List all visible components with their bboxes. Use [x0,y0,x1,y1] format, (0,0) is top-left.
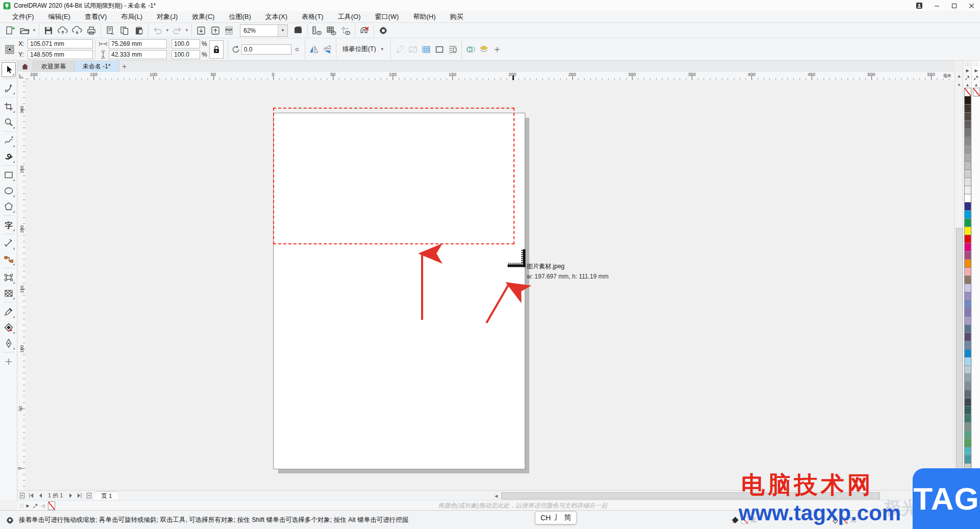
object-frame-button[interactable] [433,43,446,56]
straighten-image-button[interactable] [406,43,420,56]
connector-tool[interactable] [2,251,16,266]
tab-home[interactable] [17,61,33,72]
color-swatch[interactable] [964,422,971,431]
drawing-canvas[interactable]: 图片素材.jpeg w: 197.697 mm, h: 111.19 mm [25,80,954,490]
vertical-ruler[interactable]: 300250200150100500 [17,80,26,490]
color-swatch[interactable] [964,129,971,137]
menu-item-6[interactable]: 效果(C) [185,11,222,23]
import-button[interactable] [194,24,208,37]
wrap-text-button[interactable] [446,43,459,56]
x-position-input[interactable]: 105.071 mm [28,39,93,48]
vertical-scroll-thumb[interactable] [956,228,963,481]
ellipse-tool[interactable] [2,183,16,198]
cloud-download-button[interactable] [70,24,84,37]
account-icon[interactable] [911,0,928,11]
chevron-down-icon[interactable]: ▼ [278,25,287,36]
save-button[interactable] [41,24,56,37]
redo-flyout[interactable]: ▼ [184,24,189,37]
color-swatch[interactable] [964,316,971,325]
minimize-button[interactable] [928,0,945,11]
default-palette-scroll-up-icon[interactable]: ▲ [964,81,971,88]
menu-item-1[interactable]: 文件(F) [5,11,41,23]
trace-bitmap-button[interactable]: 描摹位图(T) ▼ [338,43,388,56]
horizontal-scroll-thumb[interactable] [501,492,880,499]
transparency-tool[interactable] [2,286,16,300]
add-page-after-button[interactable] [84,491,93,500]
new-document-button[interactable] [3,24,17,37]
shape-tool[interactable] [2,81,16,95]
show-guidelines-button[interactable] [338,24,353,37]
color-swatch[interactable] [964,357,971,366]
color-swatch[interactable] [964,251,971,260]
rotation-input[interactable]: 0.0 [241,44,291,55]
paste-button[interactable] [132,24,146,37]
color-swatch[interactable] [964,439,971,447]
object-height-input[interactable]: 42.333 mm [109,50,167,59]
flip-vertical-button[interactable] [321,43,334,56]
zoom-tool[interactable] [2,115,16,130]
layers-button[interactable] [477,43,491,56]
open-document-button[interactable] [17,24,32,37]
ruler-origin-corner[interactable] [17,72,26,81]
color-swatch[interactable] [964,226,971,235]
color-swatch[interactable] [964,406,971,415]
export-button[interactable] [208,24,223,37]
add-tools-tool[interactable] [2,354,16,369]
color-swatch[interactable] [964,210,971,219]
no-fill-swatch[interactable] [48,501,55,510]
zoom-level-dropdown[interactable]: 62%▼ [240,24,288,37]
fullscreen-preview-button[interactable] [291,24,305,37]
menu-item-13[interactable]: 购买 [443,11,470,23]
artistic-media-tool[interactable] [2,149,16,164]
color-swatch[interactable] [964,292,971,300]
color-swatch[interactable] [964,112,971,121]
new-document-tab-button[interactable]: + [119,61,130,72]
print-button[interactable] [84,24,99,37]
horizontal-ruler[interactable]: 毫米 2001501005005010015020025030035040045… [25,72,954,81]
snap-off-button[interactable] [357,24,372,37]
maximize-button[interactable] [945,0,963,11]
color-swatch[interactable] [964,390,971,398]
color-swatch[interactable] [964,431,971,439]
object-width-input[interactable]: 75.269 mm [109,39,167,48]
redo-button[interactable] [170,24,184,37]
undo-button[interactable] [151,24,165,37]
previous-page-button[interactable] [36,491,45,500]
color-swatch[interactable] [964,186,971,194]
tab-welcome-screen[interactable]: 欢迎屏幕 [33,61,75,72]
color-swatch[interactable] [964,463,971,472]
color-swatch[interactable] [964,161,971,170]
scroll-left-icon[interactable]: ◀ [492,492,500,500]
menu-item-4[interactable]: 布局(L) [114,11,150,23]
default-palette-no-fill-swatch[interactable] [964,88,971,96]
text-tool[interactable]: 字 [2,217,16,232]
color-swatch[interactable] [964,169,971,178]
last-page-button[interactable] [75,491,84,500]
color-swatch[interactable] [964,235,971,243]
palette-scroll-left-icon[interactable]: ◁ [39,502,47,509]
color-swatch[interactable] [964,300,971,309]
undo-flyout[interactable]: ▼ [165,24,170,37]
edit-bitmap-button[interactable] [393,43,406,56]
scroll-down-icon[interactable]: ▼ [955,482,963,490]
color-swatch[interactable] [964,414,971,423]
envelope-tool[interactable] [2,270,16,285]
rectangle-tool[interactable] [2,167,16,182]
color-swatch[interactable] [964,145,971,154]
color-swatch[interactable] [964,284,971,292]
show-grid-button[interactable] [324,24,338,37]
y-position-input[interactable]: 148.505 mm [28,50,93,59]
color-swatch[interactable] [964,333,971,341]
menu-item-5[interactable]: 对象(J) [150,11,185,23]
add-page-before-button[interactable] [17,491,27,500]
palette-grip[interactable] [19,503,24,508]
eyedropper-tool[interactable] [2,304,16,319]
status-gear-icon[interactable] [6,516,14,524]
cloud-upload-button[interactable] [56,24,70,37]
palette-flyout-icon[interactable]: ▶ [24,502,32,509]
page-1-tab[interactable]: 页 1 [93,491,119,500]
flip-horizontal-button[interactable] [307,43,321,56]
publish-pdf-button[interactable]: PDF [223,24,237,37]
options-button[interactable] [376,24,390,37]
next-page-button[interactable] [66,491,75,500]
